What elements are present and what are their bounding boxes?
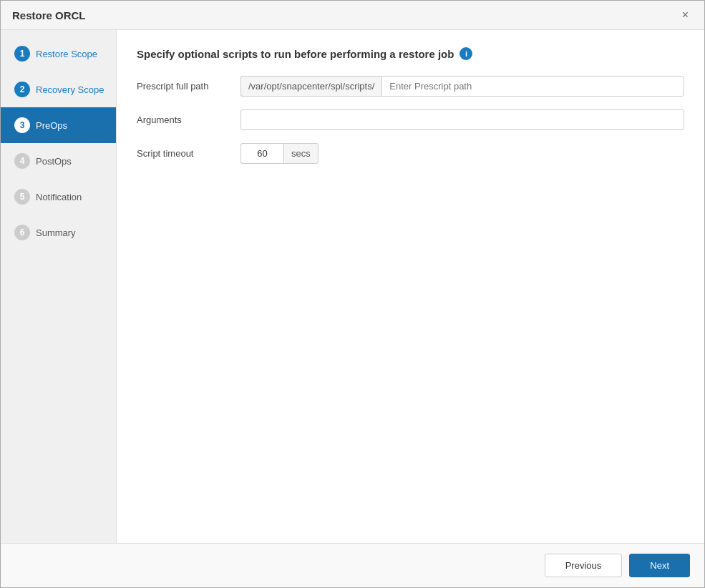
section-title: Specify optional scripts to run before p… (137, 47, 684, 60)
step-num-5: 5 (14, 189, 30, 205)
sidebar-item-summary[interactable]: 6 Summary (1, 215, 116, 250)
dialog-header: Restore ORCL × (1, 1, 704, 30)
arguments-row: Arguments (137, 109, 684, 130)
previous-button[interactable]: Previous (545, 554, 623, 577)
timeout-group: secs (240, 143, 319, 164)
step-num-4: 4 (14, 153, 30, 169)
timeout-input[interactable] (240, 143, 283, 164)
step-num-6: 6 (14, 225, 30, 240)
close-button[interactable]: × (678, 8, 693, 22)
sidebar-item-restore-scope[interactable]: 1 Restore Scope (1, 36, 116, 72)
arguments-input[interactable] (240, 109, 684, 130)
step-num-3: 3 (14, 117, 30, 133)
restore-dialog: Restore ORCL × 1 Restore Scope 2 Recover… (0, 0, 705, 588)
sidebar-item-recovery-scope[interactable]: 2 Recovery Scope (1, 72, 116, 107)
sidebar-item-label-3: PreOps (36, 120, 67, 131)
timeout-unit: secs (283, 143, 319, 164)
sidebar-item-notification[interactable]: 5 Notification (1, 179, 116, 215)
main-content: Specify optional scripts to run before p… (117, 30, 704, 543)
dialog-footer: Previous Next (1, 543, 704, 587)
prescript-label: Prescript full path (137, 81, 240, 92)
timeout-row: Script timeout secs (137, 143, 684, 164)
sidebar-item-preops[interactable]: 3 PreOps (1, 107, 116, 143)
dialog-title: Restore ORCL (12, 9, 86, 21)
sidebar-item-label-5: Notification (36, 192, 82, 202)
sidebar-item-label-1: Restore Scope (36, 49, 97, 59)
path-prefix: /var/opt/snapcenter/spl/scripts/ (240, 76, 381, 97)
step-num-1: 1 (14, 46, 30, 62)
sidebar-item-label-2: Recovery Scope (36, 84, 104, 95)
info-icon[interactable]: i (460, 47, 472, 60)
section-title-text: Specify optional scripts to run before p… (137, 48, 454, 60)
sidebar-item-label-6: Summary (36, 227, 76, 238)
prescript-row: Prescript full path /var/opt/snapcenter/… (137, 76, 684, 97)
timeout-label: Script timeout (137, 148, 240, 159)
prescript-input[interactable] (381, 76, 684, 97)
next-button[interactable]: Next (629, 554, 690, 577)
dialog-body: 1 Restore Scope 2 Recovery Scope 3 PreOp… (1, 30, 704, 543)
step-num-2: 2 (14, 82, 30, 97)
arguments-label: Arguments (137, 114, 240, 125)
prescript-input-group: /var/opt/snapcenter/spl/scripts/ (240, 76, 684, 97)
sidebar-item-label-4: PostOps (36, 156, 72, 167)
sidebar: 1 Restore Scope 2 Recovery Scope 3 PreOp… (1, 30, 117, 543)
sidebar-item-postops[interactable]: 4 PostOps (1, 143, 116, 179)
